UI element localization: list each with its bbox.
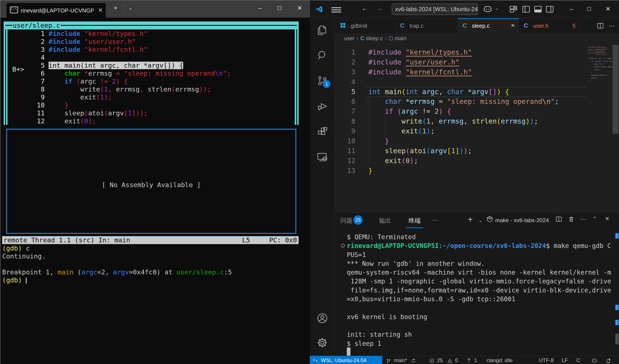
new-terminal-icon[interactable]: + [468, 215, 473, 224]
minimap[interactable]: #include "kernel/types.h"#include "user/… [586, 43, 612, 230]
extensions-icon[interactable] [316, 125, 328, 137]
terminal-line [347, 304, 616, 312]
forward-arrow-icon[interactable]: → [376, 4, 383, 12]
panel-more-actions-icon[interactable]: ⋯ [580, 216, 586, 223]
minimap-line: #include "kernel/types.h" [588, 46, 612, 49]
vscode-titlebar: ← → xv6-labs-2024 [WSL: Ubuntu-24 ⌄ – ☐ … [310, 0, 619, 18]
terminal-instance-label[interactable]: make - xv6-labs-2024 [495, 217, 549, 224]
maximize-panel-icon[interactable]: ⌃ [592, 216, 597, 222]
tab-trap-c[interactable]: C trap.c [395, 18, 458, 33]
active-panel-tab-underline [406, 227, 423, 228]
tab-user-h[interactable]: C user.h 5 [519, 18, 581, 33]
copilot-dropdown-icon[interactable]: ⌄ [495, 6, 499, 11]
tab-sleep-c[interactable]: C sleep.c ✕ [458, 18, 519, 33]
terminal-tab-close-icon[interactable]: ✕ [98, 7, 103, 13]
customize-layout-icon[interactable] [509, 5, 518, 14]
gdb-cursor [26, 278, 27, 284]
eol-status[interactable]: LF [562, 356, 568, 364]
new-tab-button[interactable]: + [114, 4, 118, 12]
panel-tab-output[interactable]: 输出 [379, 216, 391, 225]
menu-icon[interactable] [331, 6, 341, 13]
explorer-icon[interactable] [316, 24, 328, 36]
minimap-line: #include "user/user.h" [588, 49, 612, 51]
terminal-line: $ sleep 1 [347, 339, 616, 348]
gdb-console[interactable]: (gdb) cContinuing.Breakpoint 1, main (ar… [2, 244, 308, 284]
gdb-console-line [2, 260, 308, 268]
code-line: 7 if (argc != 2) { [335, 107, 586, 116]
code-line: 13} [335, 166, 586, 176]
gdb-console-line: (gdb) c [2, 244, 308, 252]
symbol-method-icon: ⬡ [389, 35, 395, 41]
minimize-button[interactable]: – [253, 0, 268, 16]
panel-more-icon[interactable]: ⋯ [432, 216, 438, 224]
source-window-border-top: user/sleep.c [4, 22, 299, 29]
status-bar: WSL: Ubuntu-24.04 main* 25 0 1 clangd: i… [310, 356, 619, 364]
gdb-status-line: remote Thread 1.1 (src) In: main L5 PC: … [2, 236, 299, 244]
gdb-source-line: 3#include "kernel/fcntl.h" [4, 46, 299, 54]
run-debug-icon[interactable] [316, 100, 328, 112]
toggle-secondary-sidebar-icon[interactable] [545, 5, 554, 14]
indent-guide [385, 116, 385, 136]
code-editor[interactable]: 1#include "kernel/types.h"2#include "use… [335, 43, 586, 230]
notifications-bell-icon[interactable] [605, 356, 612, 364]
gdb-assembly-window: [ No Assembly Available ] [6, 129, 296, 234]
command-center[interactable]: xv6-labs-2024 [WSL: Ubuntu-24 [392, 3, 478, 15]
vscode-maximize-button[interactable]: ☐ [581, 0, 597, 18]
gdb-source-line: 6 char *errmsg = "sleep: missing operand… [4, 69, 299, 77]
vscode-close-button[interactable]: ✕ [600, 0, 616, 18]
remote-explorer-icon[interactable] [316, 151, 328, 163]
h-file-icon: C [524, 22, 531, 29]
copilot-status-icon[interactable] [592, 356, 599, 364]
gdb-source-line: 5int main(int argc, char *argv[]) { [4, 61, 299, 69]
problems-badge: 25 [353, 215, 363, 225]
breadcrumb[interactable]: user›C sleep.c›⬡ main [335, 33, 619, 43]
problems-status[interactable]: 25 0 [429, 356, 458, 364]
more-actions-icon[interactable]: ⋯ [609, 23, 615, 29]
editor-scrollbar[interactable] [613, 45, 619, 134]
terminal-icon [10, 6, 18, 13]
settings-file-icon [340, 22, 347, 29]
scrollbar-marker [615, 233, 619, 239]
close-panel-icon[interactable]: ✕ [605, 216, 609, 222]
terminal-dropdown-icon[interactable]: ⌄ [478, 218, 482, 223]
remote-indicator[interactable]: WSL: Ubuntu-24.04 [310, 356, 382, 364]
copilot-icon[interactable] [483, 5, 492, 14]
gdb-source-window: user/sleep.c 1#include "kernel/types.h"2… [4, 22, 299, 125]
vscode-minimize-button[interactable]: – [563, 0, 579, 18]
titlebar-separator [124, 4, 124, 13]
panel-tab-problems[interactable]: 问题 [340, 216, 352, 225]
settings-gear-icon[interactable] [316, 337, 328, 349]
tab-dropdown-icon[interactable]: ⌄ [128, 5, 132, 11]
git-branch-status[interactable]: main* [386, 356, 417, 364]
toggle-panel-icon[interactable] [534, 5, 542, 14]
clangd-status[interactable]: clangd: idle [487, 356, 513, 364]
integrated-terminal[interactable]: $ QEMU: Terminatedrinevard@LAPTOP-UCVNGP… [347, 233, 616, 348]
close-button[interactable]: ✕ [292, 0, 307, 16]
minimap-line: if (argc != 2) { [588, 63, 612, 65]
account-icon[interactable] [316, 312, 328, 324]
search-icon[interactable] [316, 49, 328, 61]
command-decoration[interactable] [341, 244, 345, 248]
panel: 问题 25 输出 终端 ⋯ + ⌄ make - xv6-labs-2024 ⋯… [335, 212, 619, 364]
code-line: 1#include "kernel/types.h" [335, 47, 586, 57]
toggle-sidebar-icon[interactable] [521, 5, 531, 14]
split-editor-icon[interactable] [597, 22, 604, 29]
language-status[interactable]: C [577, 356, 580, 364]
terminal-tab[interactable]: rinevard@LAPTOP-UCVNGP5I: ✕ [6, 3, 106, 18]
tab-gdbinit[interactable]: .gdbinit [335, 18, 395, 33]
back-arrow-icon[interactable]: ← [361, 4, 368, 12]
terminal-titlebar: rinevard@LAPTOP-UCVNGP5I: ✕ + ⌄ – ☐ ✕ [0, 0, 310, 18]
minimap-line: exit(1); [588, 68, 612, 71]
kill-terminal-icon[interactable] [568, 216, 575, 223]
gdb-source-line: 1#include "kernel/types.h" [4, 30, 299, 38]
panel-header: 问题 25 输出 终端 ⋯ + ⌄ make - xv6-labs-2024 ⋯… [335, 212, 619, 229]
maximize-button[interactable]: ☐ [272, 0, 287, 16]
ports-status[interactable]: 1 [466, 356, 477, 364]
tab-close-icon[interactable]: ✕ [511, 23, 515, 28]
split-terminal-icon[interactable] [555, 216, 562, 223]
encoding-status[interactable]: UTF-8 [539, 356, 554, 364]
panel-tab-terminal[interactable]: 终端 [408, 216, 421, 225]
terminal-scrollbar[interactable] [615, 334, 619, 344]
terminal-line [347, 322, 616, 330]
minimap-line: int main(int argc, char *argv[]) { [588, 57, 612, 60]
